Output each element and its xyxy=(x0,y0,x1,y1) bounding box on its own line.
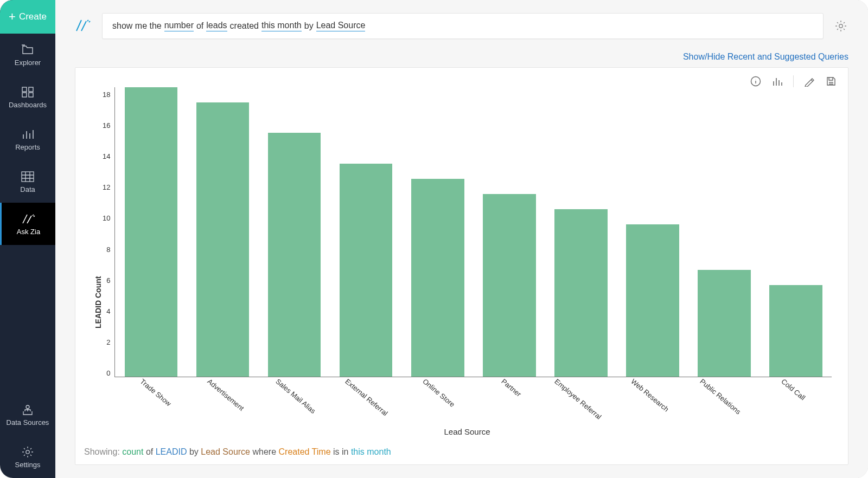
data-sources-icon xyxy=(20,403,35,416)
bar[interactable] xyxy=(411,179,464,377)
q-text: created xyxy=(230,21,259,31)
nav-label: Ask Zia xyxy=(17,228,40,236)
showing-is-in: is in xyxy=(333,447,348,456)
toolbar-separator xyxy=(793,75,794,87)
zia-icon xyxy=(21,212,36,225)
bar[interactable] xyxy=(483,194,536,377)
bar-slot xyxy=(187,87,259,377)
explorer-icon xyxy=(20,43,35,56)
bar-slot xyxy=(259,87,330,377)
show-hide-queries-link[interactable]: Show/Hide Recent and Suggested Queries xyxy=(683,52,848,61)
sidebar-item-data[interactable]: Data xyxy=(0,160,55,203)
sidebar-item-data-sources[interactable]: Data Sources xyxy=(0,393,55,436)
nav-label: Settings xyxy=(15,461,41,469)
y-tick: 10 xyxy=(103,214,110,222)
y-tick: 4 xyxy=(103,307,110,315)
svg-rect-4 xyxy=(22,172,34,182)
bar-slot xyxy=(760,87,832,377)
y-tick: 18 xyxy=(103,91,110,99)
bar[interactable] xyxy=(769,285,822,377)
q-token-leads: leads xyxy=(206,21,227,31)
y-tick: 2 xyxy=(103,338,110,346)
x-tick: Advertisement xyxy=(206,377,245,412)
x-axis-ticks: Trade ShowAdvertisementSales Mail AliasE… xyxy=(124,377,832,385)
y-tick: 14 xyxy=(103,152,110,160)
q-text: show me the xyxy=(112,21,162,31)
nav-label: Reports xyxy=(15,143,40,151)
showing-this-month: this month xyxy=(351,447,391,456)
main: show me the number of leads created this… xyxy=(55,0,868,478)
svg-point-7 xyxy=(839,24,843,28)
showing-leadid: LEADID xyxy=(156,447,187,456)
showing-lead-source: Lead Source xyxy=(201,447,250,456)
bar[interactable] xyxy=(626,224,679,377)
info-button[interactable] xyxy=(750,75,762,87)
x-tick: External Referral xyxy=(343,377,389,417)
x-axis-title: Lead Source xyxy=(103,427,832,436)
sidebar: + Create Explorer Dashboards Reports xyxy=(0,0,55,478)
settings-button[interactable] xyxy=(833,18,848,34)
sidebar-item-reports[interactable]: Reports xyxy=(0,118,55,160)
showing-by: by xyxy=(189,447,199,456)
y-axis-title: LEADID Count xyxy=(92,87,103,442)
showing-count: count xyxy=(122,447,143,456)
q-text: by xyxy=(304,21,314,31)
x-tick: Public Relations xyxy=(698,377,742,416)
q-token-lead-source: Lead Source xyxy=(316,21,366,31)
bar[interactable] xyxy=(554,209,608,377)
plus-icon: + xyxy=(9,11,16,23)
chart-body: LEADID Count 024681012141618 Trade ShowA… xyxy=(75,68,848,442)
bar[interactable] xyxy=(340,164,393,377)
chart-type-button[interactable] xyxy=(771,75,783,87)
edit-button[interactable] xyxy=(803,75,815,87)
sidebar-item-ask-zia[interactable]: Ask Zia xyxy=(0,203,55,245)
sidebar-item-dashboards[interactable]: Dashboards xyxy=(0,76,55,118)
reports-icon xyxy=(20,128,35,141)
dashboards-icon xyxy=(20,86,35,99)
x-tick: Trade Show xyxy=(139,377,173,408)
save-button[interactable] xyxy=(825,75,837,87)
query-input[interactable]: show me the number of leads created this… xyxy=(102,13,824,39)
svg-point-5 xyxy=(26,405,29,409)
bar-slot xyxy=(115,87,187,377)
showing-summary: Showing: count of LEADID by Lead Source … xyxy=(75,442,848,464)
bar[interactable] xyxy=(125,87,178,377)
showing-label: Showing: xyxy=(84,447,120,456)
bar[interactable] xyxy=(698,270,751,377)
nav-label: Data xyxy=(20,185,35,193)
svg-point-6 xyxy=(26,450,29,453)
bar[interactable] xyxy=(268,133,321,377)
y-tick: 0 xyxy=(103,369,110,377)
bar[interactable] xyxy=(196,102,250,377)
x-tick: Employee Referral xyxy=(553,377,603,421)
create-button[interactable]: + Create xyxy=(0,0,55,34)
nav-label: Explorer xyxy=(15,59,41,67)
data-icon xyxy=(20,170,35,183)
nav-label: Dashboards xyxy=(9,101,47,109)
sidebar-item-explorer[interactable]: Explorer xyxy=(0,34,55,76)
chart-card: LEADID Count 024681012141618 Trade ShowA… xyxy=(75,67,848,465)
x-tick: Partner xyxy=(500,377,522,398)
svg-rect-0 xyxy=(22,87,27,92)
bar-slot xyxy=(688,87,760,377)
svg-rect-2 xyxy=(22,93,27,97)
y-axis-ticks: 024681012141618 xyxy=(103,87,114,377)
bar-slot xyxy=(617,87,688,377)
q-text: of xyxy=(196,21,203,31)
plot-area xyxy=(114,87,832,377)
y-tick: 16 xyxy=(103,121,110,130)
sidebar-item-settings[interactable]: Settings xyxy=(0,436,55,478)
nav-label: Data Sources xyxy=(7,418,49,427)
showing-created-time: Created Time xyxy=(279,447,331,456)
svg-rect-1 xyxy=(29,87,33,92)
chart-toolbar xyxy=(750,75,837,87)
x-tick: Sales Mail Alias xyxy=(275,377,317,415)
y-tick: 12 xyxy=(103,183,110,191)
x-tick: Cold Call xyxy=(780,377,807,402)
bar-slot xyxy=(474,87,545,377)
zia-logo-icon xyxy=(75,17,92,35)
y-tick: 8 xyxy=(103,246,110,254)
create-label: Create xyxy=(19,11,47,22)
bar-slot xyxy=(330,87,402,377)
settings-icon xyxy=(20,445,35,458)
